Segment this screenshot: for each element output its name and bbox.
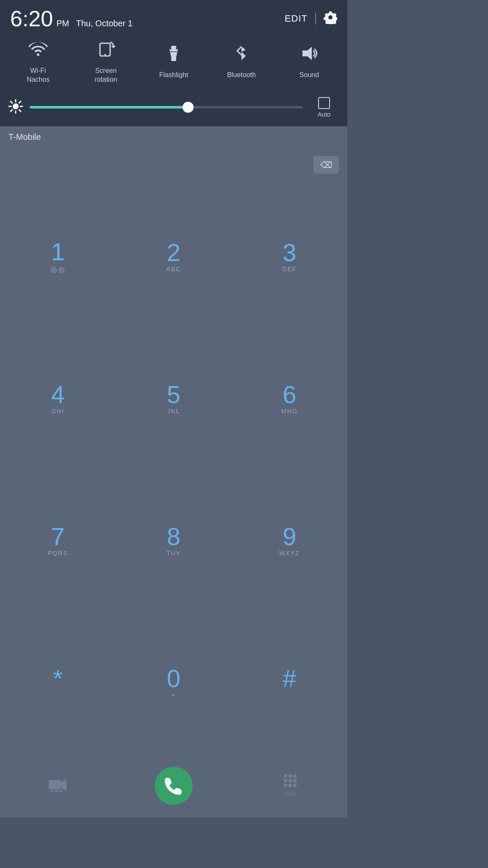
- keypad-row-4: * 0 + #: [0, 612, 347, 754]
- settings-gear-icon[interactable]: [324, 11, 337, 27]
- divider: [315, 13, 316, 25]
- time-section: 6:20 PM Thu, October 1: [10, 8, 133, 30]
- svg-line-12: [11, 101, 12, 103]
- brightness-slider[interactable]: [30, 106, 302, 108]
- key-6[interactable]: 6 MNO: [247, 373, 332, 424]
- brightness-fill: [30, 106, 188, 108]
- keypad: 1 ◎◎ 2 ABC 3 DEF 4 GHI 5 JKL 6: [0, 182, 347, 758]
- key-7[interactable]: 7 PQRS: [16, 515, 100, 566]
- time-display: 6:20: [10, 8, 53, 30]
- svg-rect-4: [171, 57, 176, 61]
- key-star[interactable]: *: [16, 657, 100, 708]
- key-hash[interactable]: #: [247, 657, 332, 708]
- svg-line-15: [11, 110, 12, 111]
- carrier-bar: T-Mobile: [0, 126, 347, 148]
- bluetooth-icon: [232, 44, 251, 67]
- flashlight-label: Flashlight: [159, 71, 188, 80]
- flashlight-icon: [164, 44, 183, 67]
- brightness-track: [30, 106, 302, 108]
- key-2[interactable]: 2 ABC: [131, 231, 216, 282]
- keypad-row-1: 1 ◎◎ 2 ABC 3 DEF: [0, 186, 347, 328]
- edit-button[interactable]: EDIT: [285, 13, 308, 24]
- key-9[interactable]: 9 WXYZ: [247, 515, 332, 566]
- status-right: EDIT: [285, 11, 337, 27]
- video-call-button[interactable]: [40, 769, 74, 803]
- svg-marker-6: [302, 47, 312, 60]
- backspace-icon: ⌫: [320, 160, 332, 170]
- brightness-sun-icon: [8, 99, 23, 115]
- sound-label: Sound: [299, 71, 319, 80]
- quick-toggles-row: Wi-FiNachos Screenrotation: [0, 36, 347, 93]
- backspace-button[interactable]: ⌫: [313, 156, 339, 174]
- svg-rect-20: [59, 790, 62, 792]
- notification-panel: 6:20 PM Thu, October 1 EDIT: [0, 0, 347, 126]
- dialer-display: ⌫: [0, 148, 347, 182]
- sound-icon: [300, 44, 319, 67]
- svg-point-7: [13, 103, 19, 109]
- carrier-name: T-Mobile: [8, 132, 41, 142]
- svg-line-14: [19, 101, 21, 103]
- brightness-row: Auto: [0, 93, 347, 126]
- auto-icon: [318, 97, 330, 109]
- toggle-wifi[interactable]: Wi-FiNachos: [13, 40, 64, 84]
- key-3[interactable]: 3 DEF: [247, 231, 332, 282]
- status-bar: 6:20 PM Thu, October 1 EDIT: [0, 0, 347, 36]
- wifi-label: Wi-FiNachos: [27, 67, 50, 84]
- screen-rotation-icon: [97, 40, 115, 62]
- key-0[interactable]: 0 +: [131, 657, 216, 708]
- keypad-row-3: 7 PQRS 8 TUV 9 WXYZ: [0, 470, 347, 612]
- keypad-row-2: 4 GHI 5 JKL 6 MNO: [0, 328, 347, 470]
- svg-point-1: [104, 54, 106, 56]
- wifi-icon: [29, 40, 47, 62]
- auto-label: Auto: [318, 111, 331, 118]
- hide-keyboard-button[interactable]: Hide: [273, 769, 307, 803]
- svg-rect-19: [55, 790, 58, 792]
- svg-rect-2: [171, 46, 176, 49]
- toggle-sound[interactable]: Sound: [284, 44, 335, 80]
- time-ampm: PM: [56, 19, 69, 28]
- svg-marker-17: [61, 779, 67, 791]
- time-details: PM Thu, October 1: [56, 19, 133, 28]
- toggle-flashlight[interactable]: Flashlight: [148, 44, 199, 80]
- hide-keyboard-icon: [284, 774, 297, 787]
- dialer-section: ⌫ 1 ◎◎ 2 ABC 3 DEF 4 GHI: [0, 148, 347, 818]
- dialer-bottom-bar: Hide: [0, 758, 347, 818]
- key-1[interactable]: 1 ◎◎: [16, 231, 100, 282]
- call-button[interactable]: [155, 767, 193, 805]
- bluetooth-label: Bluetooth: [227, 71, 256, 80]
- svg-rect-18: [50, 790, 54, 792]
- hide-label: Hide: [284, 790, 297, 797]
- key-8[interactable]: 8 TUV: [131, 515, 216, 566]
- svg-rect-16: [49, 780, 61, 789]
- screen-rotation-label: Screenrotation: [94, 67, 117, 84]
- key-4[interactable]: 4 GHI: [16, 373, 100, 424]
- svg-line-13: [19, 110, 21, 111]
- auto-brightness-button[interactable]: Auto: [309, 97, 339, 118]
- brightness-thumb[interactable]: [183, 102, 194, 113]
- key-5[interactable]: 5 JKL: [131, 373, 216, 424]
- svg-marker-3: [169, 49, 178, 57]
- toggle-bluetooth[interactable]: Bluetooth: [216, 44, 267, 80]
- toggle-screen-rotation[interactable]: Screenrotation: [80, 40, 131, 84]
- date-display: Thu, October 1: [76, 19, 133, 28]
